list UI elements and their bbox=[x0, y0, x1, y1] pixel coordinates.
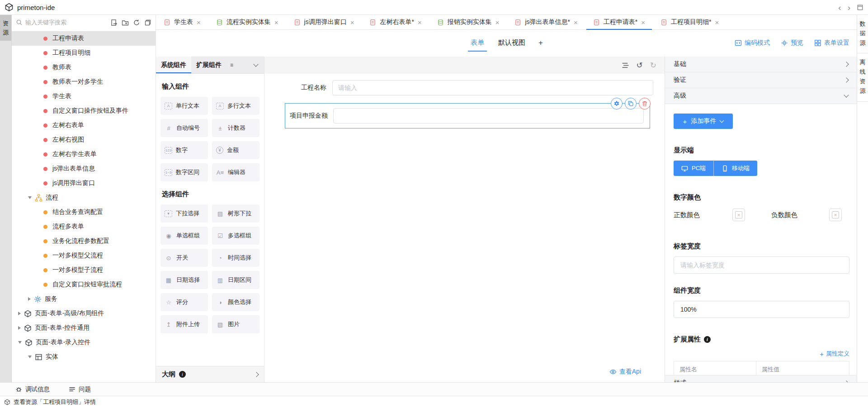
tree-item[interactable]: 自定义窗口操作按钮及事件 bbox=[12, 104, 156, 118]
label-width-input[interactable] bbox=[674, 256, 849, 274]
close-icon[interactable]: × bbox=[418, 19, 422, 26]
tree-item[interactable]: 页面-表单-控件通用 bbox=[12, 321, 156, 335]
tree-item[interactable]: 学生表 bbox=[12, 89, 156, 104]
palette-item-dropdown[interactable]: ▾下拉选择 bbox=[160, 204, 208, 223]
accordion-验证[interactable]: 验证 bbox=[665, 72, 857, 88]
view-tab[interactable]: 默认视图 bbox=[497, 36, 526, 52]
file-tab[interactable]: js调用弹出窗口× bbox=[286, 15, 362, 29]
file-tab[interactable]: js弹出表单信息*× bbox=[507, 15, 585, 29]
tree-item[interactable]: 页面-表单-录入控件 bbox=[12, 335, 156, 350]
file-tab[interactable]: 工程申请表*× bbox=[585, 15, 653, 29]
close-icon[interactable]: × bbox=[574, 19, 578, 26]
palette-item-auto-number[interactable]: #自动编号 bbox=[160, 119, 208, 137]
form-field-amount-selected[interactable]: 项目申报金额 bbox=[285, 103, 650, 128]
field-delete-button[interactable] bbox=[639, 98, 651, 109]
chevron-right-icon[interactable] bbox=[18, 326, 21, 330]
tree-item[interactable]: 自定义窗口按钮审批流程 bbox=[12, 277, 156, 292]
palette-item-single-line-text[interactable]: A单行文本 bbox=[160, 97, 208, 115]
file-tab[interactable]: 学生表× bbox=[156, 15, 208, 29]
chevron-down-icon[interactable] bbox=[18, 341, 22, 344]
debug-info-button[interactable]: 调试信息 bbox=[15, 385, 50, 394]
undo-icon[interactable]: ↺ bbox=[637, 62, 643, 69]
palette-item-color-picker[interactable]: ◑颜色选择 bbox=[212, 293, 259, 311]
palette-item-number[interactable]: 123数字 bbox=[160, 141, 208, 159]
tree-item[interactable]: 服务 bbox=[12, 292, 156, 306]
chevron-down-icon[interactable] bbox=[28, 356, 32, 358]
palette-menu-icon[interactable]: ≡ bbox=[230, 62, 233, 68]
outline-bar[interactable]: 大纲 i bbox=[156, 366, 264, 382]
tree-item[interactable]: 实体 bbox=[12, 350, 156, 364]
tree-item[interactable]: 流程 bbox=[12, 190, 156, 205]
redo-icon[interactable]: ↻ bbox=[650, 62, 656, 69]
palette-item-rating[interactable]: ☆评分 bbox=[160, 293, 208, 311]
property-define-link[interactable]: + 属性定义 bbox=[674, 350, 849, 358]
tree-item[interactable]: 页面-表单-高级/布局组件 bbox=[12, 306, 156, 321]
file-tab[interactable]: 报销实例实体集× bbox=[429, 15, 507, 29]
new-folder-icon[interactable] bbox=[122, 19, 129, 26]
accordion-style[interactable]: 样式 bbox=[665, 375, 857, 382]
tree-item[interactable]: 教师表 bbox=[12, 60, 156, 75]
resources-strip-tab[interactable]: 资源 bbox=[0, 15, 11, 41]
tree-item[interactable]: 流程多表单 bbox=[12, 219, 156, 234]
tree-item[interactable]: 左树右视图 bbox=[12, 133, 156, 147]
palette-item-counter[interactable]: ±计数器 bbox=[212, 119, 259, 137]
tree-item[interactable]: 工程项目明细 bbox=[12, 46, 156, 60]
chevron-right-icon[interactable] bbox=[18, 312, 21, 315]
project-name-input[interactable] bbox=[332, 80, 653, 95]
field-copy-button[interactable] bbox=[625, 98, 637, 109]
close-icon[interactable]: × bbox=[495, 19, 500, 26]
palette-item-checkbox-group[interactable]: ☑多选框组 bbox=[212, 227, 259, 245]
search-input[interactable] bbox=[25, 19, 108, 26]
mobile-target-button[interactable]: 移动端 bbox=[713, 161, 757, 176]
close-icon[interactable]: × bbox=[274, 19, 278, 26]
palette-item-radio-group[interactable]: ◉单选框组 bbox=[160, 227, 208, 245]
tree-item[interactable]: 左树右学生表单 bbox=[12, 147, 156, 161]
chevron-right-icon[interactable] bbox=[254, 372, 259, 377]
chevron-right-icon[interactable] bbox=[28, 297, 31, 301]
nav-forward-icon[interactable]: › bbox=[848, 3, 850, 12]
outline-list-icon[interactable] bbox=[622, 62, 629, 69]
tree-item[interactable]: 教师表一对多学生 bbox=[12, 75, 156, 89]
palette-item-time-picker[interactable]: ◔时间选择 bbox=[212, 249, 259, 267]
component-width-input[interactable] bbox=[674, 301, 849, 318]
add-event-button[interactable]: + 添加事件 bbox=[674, 114, 733, 129]
amount-input[interactable] bbox=[333, 108, 644, 123]
preview-button[interactable]: 预览 bbox=[781, 39, 803, 47]
pc-target-button[interactable]: PC端 bbox=[674, 161, 713, 176]
tree-item[interactable]: 一对多模型子流程 bbox=[12, 263, 156, 277]
palette-item-currency[interactable]: ¥金额 bbox=[212, 141, 259, 159]
accordion-基础[interactable]: 基础 bbox=[665, 57, 857, 72]
collapse-all-icon[interactable] bbox=[144, 19, 151, 26]
close-icon[interactable]: × bbox=[197, 19, 201, 26]
palette-item-multi-line-text[interactable]: A多行文本 bbox=[212, 97, 259, 115]
right-strip-tab-1[interactable]: 数据源 bbox=[857, 15, 868, 53]
palette-item-switch[interactable]: ⊙开关 bbox=[160, 249, 208, 267]
palette-item-image[interactable]: ▧图片 bbox=[212, 315, 259, 333]
issues-button[interactable]: 问题 bbox=[69, 385, 91, 394]
form-field-project-name[interactable]: 工程名称 bbox=[285, 80, 653, 95]
file-tab[interactable]: 流程实例实体集× bbox=[208, 15, 286, 29]
close-icon[interactable]: × bbox=[350, 19, 354, 26]
palette-item-number-range[interactable]: 1~3数字区间 bbox=[160, 163, 208, 181]
file-tab[interactable]: 左树右表单*× bbox=[362, 15, 429, 29]
form-settings-button[interactable]: 表单设置 bbox=[814, 39, 849, 47]
tree-item[interactable]: js调用弹出窗口 bbox=[12, 176, 156, 190]
refresh-icon[interactable] bbox=[133, 19, 140, 26]
close-icon[interactable]: × bbox=[715, 19, 719, 26]
tree-item[interactable]: 工程申请表 bbox=[12, 31, 156, 46]
palette-item-date-range[interactable]: ▥日期区间 bbox=[212, 271, 259, 289]
view-api-link[interactable]: 查看Api bbox=[609, 368, 641, 376]
palette-tab-2[interactable]: 扩展组件 bbox=[191, 57, 226, 73]
close-icon[interactable]: × bbox=[641, 19, 645, 26]
nav-back-icon[interactable]: ‹ bbox=[838, 3, 841, 12]
palette-item-editor[interactable]: A≡编辑器 bbox=[212, 163, 259, 181]
add-view-button[interactable]: + bbox=[538, 38, 543, 49]
open-file-icon[interactable] bbox=[110, 19, 118, 26]
field-settings-button[interactable] bbox=[611, 98, 623, 109]
palette-tab-1[interactable]: 系统组件 bbox=[156, 57, 191, 73]
chevron-down-icon[interactable] bbox=[28, 196, 32, 199]
view-tab[interactable]: 表单 bbox=[470, 36, 485, 52]
negative-color-picker[interactable]: × bbox=[829, 209, 842, 221]
tree-item[interactable]: 业务化流程参数配置 bbox=[12, 234, 156, 248]
tree-item[interactable]: 左树右表单 bbox=[12, 118, 156, 133]
